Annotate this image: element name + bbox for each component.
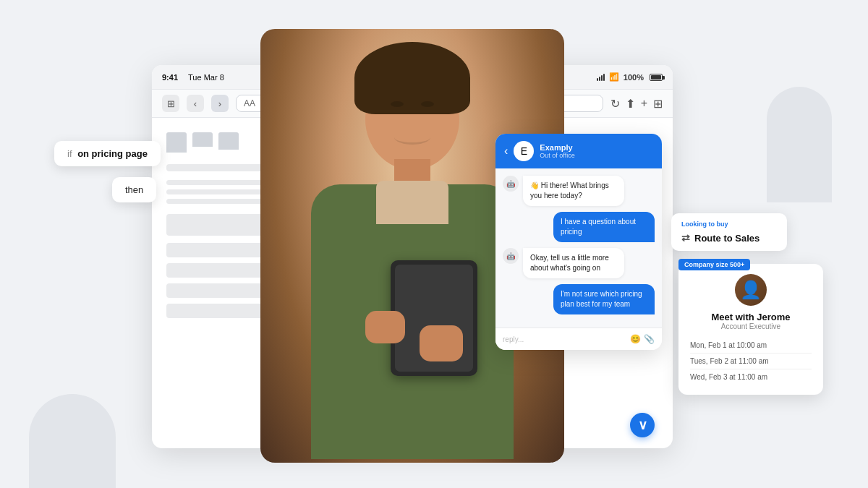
meet-slot-3[interactable]: Wed, Feb 3 at 11:00 am (690, 369, 812, 385)
chat-input-bar[interactable]: reply... 😊 📎 (495, 328, 662, 350)
browser-status-bar: 9:41 Tue Mar 8 📶 100% (152, 65, 673, 90)
bg-decorative-shape-right (767, 87, 832, 202)
back-button[interactable]: ‹ (187, 95, 204, 112)
bot-bubble-1: 👋 Hi there! What brings you here today? (523, 176, 624, 206)
attachment-icon[interactable]: 📎 (644, 334, 655, 344)
scroll-down-button[interactable]: ∨ (630, 413, 655, 437)
route-icon: ⇄ (681, 232, 690, 244)
meet-avatar: 👤 (735, 274, 767, 306)
sidebar-toggle-button[interactable]: ⊞ (162, 95, 179, 112)
user-bubble-1: I have a question about pricing (553, 212, 655, 242)
bg-decorative-shape-left (29, 394, 116, 488)
chat-header: ‹ E Examply Out of office (495, 134, 662, 168)
if-value: on pricing page (77, 148, 148, 159)
status-icons: 📶 100% (597, 72, 663, 82)
chat-avatar: E (514, 141, 534, 161)
chat-body: 🤖 👋 Hi there! What brings you here today… (495, 168, 662, 328)
chat-message-1: 🤖 👋 Hi there! What brings you here today… (503, 176, 655, 206)
share-icon[interactable]: ⬆ (626, 97, 635, 111)
chat-widget: ‹ E Examply Out of office 🤖 👋 Hi there! … (495, 134, 662, 350)
chat-company-name: Examply (540, 143, 653, 152)
reload-icon[interactable]: ↻ (610, 97, 620, 111)
chat-company-info: Examply Out of office (540, 143, 653, 159)
chat-back-button[interactable]: ‹ (504, 145, 508, 158)
chat-status: Out of office (540, 152, 653, 159)
chat-input-icons: 😊 📎 (630, 334, 655, 344)
route-to-sales-card[interactable]: Looking to buy ⇄ Route to Sales (671, 213, 787, 251)
battery-percent: 100% (624, 73, 644, 82)
user-bubble-2: I'm not sure which pricing plan best for… (553, 284, 655, 314)
browser-nav-bar: ⊞ ‹ › AA ↻ ⬆ + ⊞ (152, 90, 673, 118)
condition-if-card[interactable]: if on pricing page (54, 141, 161, 166)
wifi-icon: 📶 (609, 72, 619, 82)
emoji-icon[interactable]: 😊 (630, 334, 641, 344)
company-size-badge: Company size 500+ (678, 259, 750, 270)
add-tab-icon[interactable]: + (641, 97, 647, 110)
chat-message-3: 🤖 Okay, tell us a little more about what… (503, 248, 655, 278)
meet-slot-1[interactable]: Mon, Feb 1 at 10:00 am (690, 338, 812, 354)
battery-icon (650, 74, 663, 81)
tabs-icon[interactable]: ⊞ (653, 97, 663, 111)
status-time: 9:41 (162, 73, 178, 82)
route-action-label: Route to Sales (694, 233, 760, 244)
then-label: then (125, 184, 143, 195)
condition-then-card[interactable]: then (112, 177, 156, 202)
meet-card: 👤 Meet with Jerome Account Executive Mon… (678, 264, 823, 395)
address-bar[interactable]: AA (236, 95, 603, 112)
meet-slot-2[interactable]: Tues, Feb 2 at 11:00 am (690, 354, 812, 369)
bot-avatar-2: 🤖 (503, 248, 519, 264)
meet-title: Account Executive (690, 322, 812, 330)
forward-button[interactable]: › (211, 95, 229, 112)
address-text: AA (244, 98, 255, 108)
route-label: Looking to buy (681, 221, 777, 228)
bot-bubble-2: Okay, tell us a little more about what's… (523, 248, 624, 278)
signal-icon (597, 74, 605, 81)
if-keyword: if (67, 148, 72, 159)
chat-input-placeholder: reply... (503, 335, 626, 343)
status-date: Tue Mar 8 (188, 73, 224, 82)
route-action: ⇄ Route to Sales (681, 232, 777, 244)
chat-message-2: I have a question about pricing (503, 212, 655, 242)
nav-action-icons: ↻ ⬆ + ⊞ (610, 97, 663, 111)
bot-avatar-1: 🤖 (503, 176, 519, 192)
meet-name: Meet with Jerome (690, 312, 812, 322)
chat-message-4: I'm not sure which pricing plan best for… (503, 284, 655, 314)
chevron-down-icon: ∨ (638, 417, 647, 433)
